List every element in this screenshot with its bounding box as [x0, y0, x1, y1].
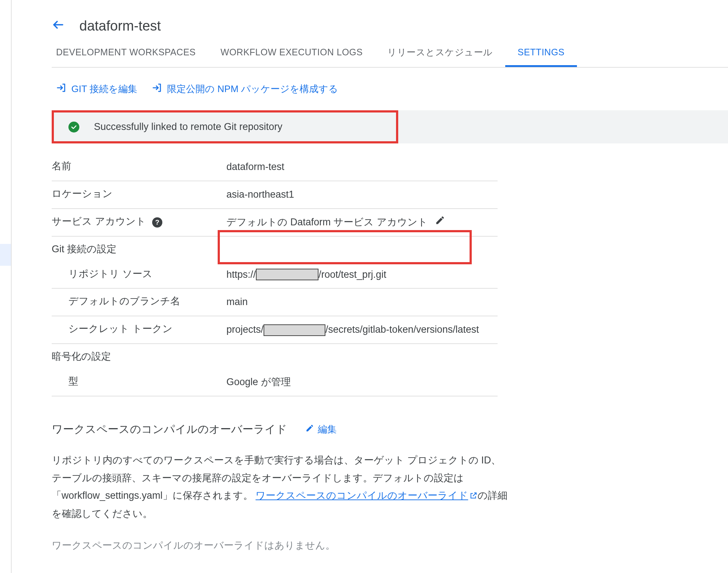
settings-page: dataform-test DEVELOPMENT WORKSPACES WOR…: [11, 0, 728, 573]
external-link-icon: [470, 487, 478, 505]
overrides-header: ワークスペースのコンパイルのオーバーライド 編集: [52, 422, 510, 437]
secret-label: シークレット トークン: [52, 322, 226, 337]
row-git-section-header: Git 接続の設定: [52, 237, 498, 261]
overrides-description: リポジトリ内のすべてのワークスペースを手動で実行する場合は、ターゲット プロジェ…: [52, 451, 510, 523]
redacted-host: [256, 269, 318, 280]
tab-workflow-execution-logs[interactable]: WORKFLOW EXECUTION LOGS: [208, 47, 375, 66]
encryption-type-value: Google が管理: [226, 375, 498, 390]
row-service-account: サービス アカウント ? デフォルトの Dataform サービス アカウント: [52, 209, 498, 237]
configure-npm-button[interactable]: 限定公開の NPM パッケージを構成する: [152, 82, 338, 96]
location-label: ロケーション: [52, 187, 226, 202]
back-arrow-icon[interactable]: [52, 18, 65, 34]
overrides-doc-link[interactable]: ワークスペースのコンパイルのオーバーライド: [256, 490, 478, 501]
login-arrow-icon: [152, 82, 163, 96]
edit-overrides-button[interactable]: 編集: [305, 423, 337, 436]
secret-value: projects//secrets/gitlab-token/versions/…: [226, 322, 498, 337]
service-account-value: デフォルトの Dataform サービス アカウント: [226, 215, 498, 230]
settings-actions: GIT 接続を編集 限定公開の NPM パッケージを構成する: [52, 68, 728, 110]
encryption-section-label: 暗号化の設定: [52, 350, 226, 363]
tab-settings[interactable]: SETTINGS: [505, 47, 577, 66]
row-default-branch: デフォルトのブランチ名 main: [52, 289, 498, 316]
row-encryption-type: 型 Google が管理: [52, 369, 498, 396]
settings-table: 名前 dataform-test ロケーション asia-northeast1 …: [52, 154, 498, 396]
check-circle-icon: [68, 122, 79, 133]
tabs-bar: DEVELOPMENT WORKSPACES WORKFLOW EXECUTIO…: [52, 46, 728, 68]
encryption-type-label: 型: [52, 375, 226, 390]
login-arrow-icon: [56, 82, 67, 96]
page-header: dataform-test: [52, 15, 728, 46]
selection-indicator: [0, 244, 11, 266]
row-location: ロケーション asia-northeast1: [52, 181, 498, 209]
edit-git-label: GIT 接続を編集: [71, 83, 137, 95]
success-banner: Successfully linked to remote Git reposi…: [52, 110, 728, 143]
git-section-label: Git 接続の設定: [52, 242, 226, 256]
overrides-title: ワークスペースのコンパイルのオーバーライド: [52, 422, 287, 437]
row-repo-source: リポジトリ ソース https:///root/test_prj.git: [52, 261, 498, 289]
banner-container: Successfully linked to remote Git reposi…: [52, 110, 728, 143]
repo-source-label: リポジトリ ソース: [52, 267, 226, 282]
row-secret-token: シークレット トークン projects//secrets/gitlab-tok…: [52, 316, 498, 344]
help-icon[interactable]: ?: [152, 217, 162, 228]
branch-label: デフォルトのブランチ名: [52, 295, 226, 310]
name-value: dataform-test: [226, 159, 498, 175]
tab-development-workspaces[interactable]: DEVELOPMENT WORKSPACES: [52, 47, 208, 66]
overrides-section: ワークスペースのコンパイルのオーバーライド 編集 リポジトリ内のすべてのワークス…: [52, 422, 510, 552]
banner-message: Successfully linked to remote Git reposi…: [94, 121, 282, 133]
location-value: asia-northeast1: [226, 187, 498, 202]
repo-source-value: https:///root/test_prj.git: [226, 267, 498, 282]
row-name: 名前 dataform-test: [52, 154, 498, 181]
tab-releases-schedule[interactable]: リリースとスケジュール: [375, 46, 505, 67]
edit-service-account-icon[interactable]: [435, 215, 445, 230]
redacted-project: [264, 324, 325, 336]
pencil-icon: [305, 424, 314, 435]
configure-npm-label: 限定公開の NPM パッケージを構成する: [167, 83, 338, 95]
branch-value: main: [226, 295, 498, 310]
name-label: 名前: [52, 159, 226, 175]
edit-git-connection-button[interactable]: GIT 接続を編集: [56, 82, 137, 96]
service-account-label: サービス アカウント ?: [52, 215, 226, 230]
edit-label: 編集: [318, 423, 337, 436]
row-encryption-section-header: 暗号化の設定: [52, 344, 498, 369]
page-title: dataform-test: [79, 18, 161, 34]
overrides-empty-message: ワークスペースのコンパイルのオーバーライドはありません。: [52, 539, 510, 552]
